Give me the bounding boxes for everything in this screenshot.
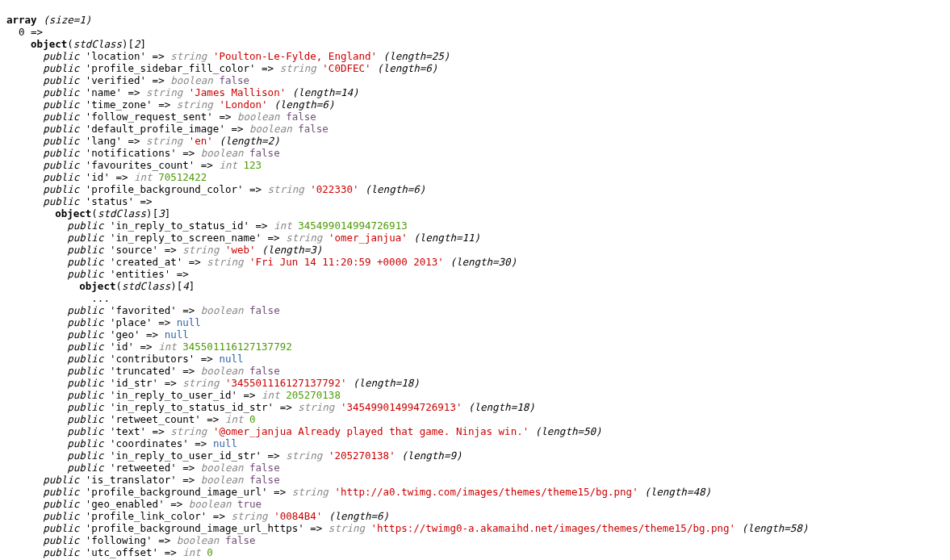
var-dump: array (size=1)0 => object(stdClass)[2]pu… — [6, 14, 944, 561]
